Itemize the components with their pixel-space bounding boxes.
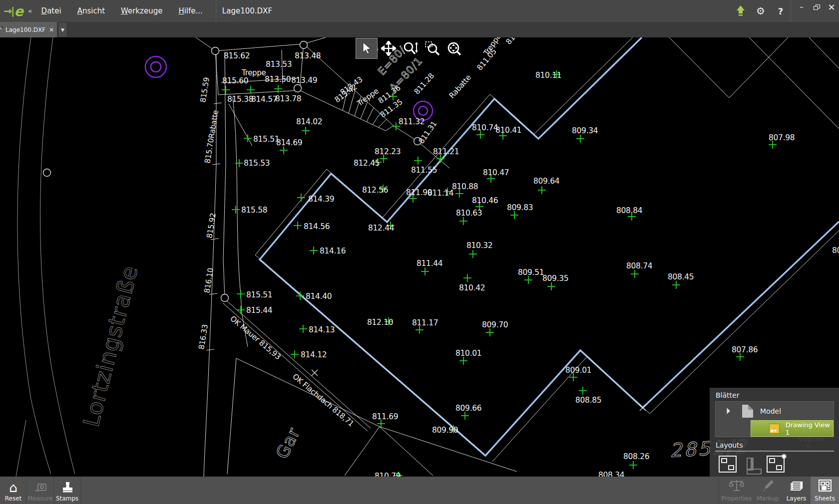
menu-hilfe[interactable]: Hilfe... [173,3,207,18]
elevation-label: 809.64 [533,177,559,186]
markup-pencil-icon [762,479,775,494]
new-layout-button[interactable]: ✹ [767,456,785,473]
sheet-tree: Model Drawing View 1 [715,401,834,437]
tabbar: Lage100.DXF ✕ ▼ [0,22,839,37]
elevation-label: 809.34 [572,126,598,135]
elevation-label: 815.62 [224,51,250,60]
layers-button[interactable]: Layers [782,477,811,504]
elevation-label: 814.40 [306,292,332,301]
elevation-label: 809.83 [507,203,533,212]
drawing-view-icon [769,424,780,434]
elevation-label: 810.63 [456,209,482,218]
vertex-node-circle [221,294,229,302]
select-tool-button[interactable] [356,38,378,59]
elevation-label: 812.10 [367,318,393,327]
zoom-window-icon [424,41,440,56]
tab-lage100[interactable]: Lage100.DXF ✕ [0,22,57,37]
tab-close-icon[interactable]: ✕ [49,26,54,33]
layers-icon [789,479,804,494]
elevation-label: 808.85 [575,396,601,405]
home-icon: ⌂ [9,481,17,494]
properties-button: Properties [719,477,754,504]
elevation-label: 815.58 [241,206,267,215]
help-button[interactable]: ? [771,2,791,19]
elevation-label: 813.50 [265,75,291,84]
stamps-button[interactable]: Stamps [54,477,81,504]
elevation-label: 814.13 [309,325,335,334]
menu-werkzeuge[interactable]: Werkzeuge [116,3,167,18]
edrawings-logo-icon: →|e [0,0,27,22]
elevation-label: 815.51 [253,135,279,144]
publish-up-arrow-icon [736,5,746,16]
elevation-label: 814.69 [276,138,302,147]
new-star-icon: ✹ [781,452,787,461]
minimize-button[interactable]: – [794,0,809,14]
elevation-label: 811.55 [411,166,437,175]
vertex-node-circle [294,85,302,92]
sheets-icon [818,479,833,494]
elevation-label: 810.47 [483,168,509,177]
menubar: DateiAnsichtWerkzeugeHilfe... [36,3,214,18]
tab-dropdown-button[interactable]: ▼ [58,22,67,37]
settings-button[interactable]: ⚙ [751,2,771,19]
sheets-button[interactable]: Sheets [811,477,839,504]
annotation-label: Treppe [241,68,266,77]
elevation-label: 810.11 [535,71,561,80]
elevation-label: 810.88 [452,182,478,191]
pan-tool-button[interactable] [378,38,400,59]
titlebar-separator [216,0,216,22]
elevation-label: 815.38 [227,95,253,104]
layout-view-button[interactable] [719,456,737,473]
elevation-label: 812.45 [354,159,380,168]
elevation-label: 815.44 [246,306,272,315]
elevation-label: 814.56 [304,222,330,231]
elevation-label: 810.32 [466,241,492,250]
close-button[interactable]: ✕ [824,0,839,14]
elevation-label: 809.70 [482,320,508,329]
elevation-label: 808.45 [668,272,694,281]
elevation-label: 808.84 [616,206,642,215]
menu-datei[interactable]: Datei [36,3,66,18]
gear-icon: ⚙ [756,5,765,17]
elevation-label: 812.56 [362,186,388,195]
tab-label: Lage100.DXF [5,26,45,33]
reset-button[interactable]: ⌂ Reset [0,477,27,504]
elevation-label: 815.51 [246,290,272,299]
zoom-tool-button[interactable] [400,38,421,59]
elevation-label: 809.51 [518,268,544,277]
elevation-label: 814.12 [301,350,327,359]
elevation-label: 807.86 [732,345,758,354]
zoom-fit-tool-button[interactable] [443,38,465,59]
properties-scale-icon [729,479,744,494]
cursor-arrow-icon [360,41,373,55]
elevation-label: 809.66 [455,404,481,413]
elevation-label: 809.01 [565,366,591,375]
document-title: Lage100.DXF [218,6,272,15]
zoom-window-tool-button[interactable] [421,38,443,59]
elevation-label: 812.44 [368,224,394,233]
elevation-label: 813.49 [291,76,317,85]
elevation-label: 811.44 [417,259,442,268]
elevation-label: 814.16 [320,247,346,255]
collapse-menu-chevron-icon[interactable]: « [28,7,32,15]
elevation-label: 815.60 [222,76,248,85]
elevation-label: 813.48 [295,51,321,60]
tree-collapse-icon[interactable] [724,408,730,414]
tree-item-drawing-view-1[interactable]: Drawing View 1 [751,420,834,437]
drawing-view-label: Drawing View 1 [786,421,833,436]
vertex-node-circle [43,169,51,177]
zoom-fit-icon [446,41,462,56]
restore-button[interactable] [809,0,824,14]
vertex-node-circle [212,47,219,55]
menu-ansicht[interactable]: Ansicht [72,3,110,18]
publish-button[interactable] [731,2,751,19]
tree-item-model[interactable]: Model [716,402,834,420]
elevation-label: 811.14 [427,189,453,198]
markup-button: Markup [754,477,782,504]
elevation-label: 810.46 [472,196,498,205]
layouts-section-label: Layouts [710,437,839,451]
elevation-label: 809.35 [542,274,568,283]
elevation-label: 814.02 [296,117,322,126]
elevation-label: 814.39 [308,195,334,204]
titlebar: →|e « DateiAnsichtWerkzeugeHilfe... Lage… [0,0,839,22]
